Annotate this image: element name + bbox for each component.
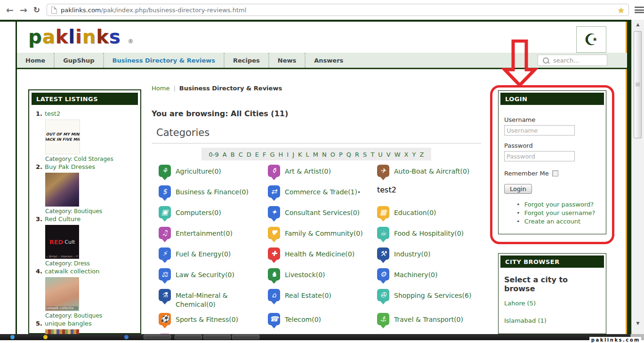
city-link-lahore[interactable]: Lahore (5) [504, 300, 600, 307]
url-text[interactable]: paklinks.com/pak/index.php/business-dire… [61, 7, 246, 14]
taskbar-app-icon[interactable] [43, 335, 48, 339]
category-law-security[interactable]: ⚖Law & Security(0) [159, 268, 268, 285]
alpha-link[interactable]: Y [412, 151, 416, 158]
browser-menu-icon[interactable] [635, 7, 644, 13]
forgot-password-link[interactable]: Forgot your password? [524, 201, 594, 208]
listing-category-link[interactable]: Boutiques [74, 312, 102, 319]
category-computers[interactable]: ▣Computers(0) [159, 206, 268, 223]
nav-item-recipes[interactable]: Recipes [224, 53, 268, 68]
nav-item-business-directory[interactable]: Business Directory & Reviews [103, 53, 224, 68]
listing-link[interactable]: Red Culture [45, 215, 80, 223]
search-box[interactable] [538, 55, 607, 66]
category-food-hospitality[interactable]: ☕Food & Hospitality(0) [377, 227, 486, 243]
listing-link[interactable]: catwalk collection [45, 268, 99, 275]
city-link-islamabad[interactable]: Islamabad (1) [504, 317, 600, 324]
category-consultant-services[interactable]: ✦Consultant Services(0) [268, 206, 377, 223]
scroll-down-icon[interactable]: ▼ [632, 321, 644, 326]
alpha-link[interactable]: V [386, 151, 391, 158]
alpha-link[interactable]: T [370, 151, 374, 158]
alpha-link[interactable]: B [231, 151, 235, 158]
category-industry[interactable]: ⚒Industry(0) [377, 247, 486, 264]
alpha-link[interactable]: Q [346, 151, 351, 158]
listing-thumbnail[interactable] [45, 173, 79, 207]
breadcrumb-home-link[interactable]: Home [152, 85, 169, 92]
vertical-scrollbar[interactable]: ▲ ▼ [631, 20, 644, 334]
alpha-link[interactable]: 0-9 [209, 151, 219, 158]
alpha-link[interactable]: Z [419, 151, 424, 158]
alpha-link[interactable]: O [330, 151, 335, 158]
scrollbar-thumb[interactable] [634, 31, 642, 138]
listing-thumbnail[interactable]: OUT OF MY MIN BACK IN FIVE MIN [45, 120, 80, 154]
category-shopping-services[interactable]: ✇Shopping & Services(6) [377, 289, 486, 309]
alpha-link[interactable]: J [292, 151, 294, 158]
category-sports-fitness[interactable]: ⚽Sports & Fitness(0) [159, 313, 268, 329]
category-telecom[interactable]: ☎Telecom(0) [268, 313, 377, 329]
create-account-link[interactable]: Create an account [524, 218, 580, 225]
category-fuel-energy[interactable]: ⚡Fuel & Energy(0) [159, 247, 268, 264]
reload-icon[interactable]: ↻ [33, 6, 40, 14]
listing-thumbnail[interactable]: RED Cult :: Bridal :: Interiors :: P [45, 225, 79, 259]
listing-category-link[interactable]: Boutiques [74, 208, 102, 215]
listing-thumbnail[interactable] [45, 329, 79, 334]
nav-item-gupshup[interactable]: GupShup [54, 53, 103, 68]
category-entertainment[interactable]: ♫Entertainment(0) [159, 227, 268, 243]
taskbar-button[interactable] [175, 335, 202, 339]
listing-category-link[interactable]: Cold Storages [74, 156, 113, 162]
alpha-link[interactable]: A [223, 151, 227, 158]
nav-item-home[interactable]: Home [17, 53, 54, 68]
search-input[interactable] [552, 56, 601, 64]
category-machinery[interactable]: ⚙Machinery(0) [377, 268, 486, 285]
alpha-link[interactable]: N [322, 151, 327, 158]
scroll-up-icon[interactable]: ▲ [632, 22, 644, 27]
alpha-link[interactable]: W [394, 151, 401, 158]
category-education[interactable]: ▦Education(0) [377, 206, 486, 223]
username-field[interactable] [504, 125, 575, 136]
alpha-link[interactable]: G [270, 151, 274, 158]
category-livestock[interactable]: ♞Livestock(0) [268, 268, 377, 285]
remember-me-checkbox[interactable] [552, 170, 558, 176]
listing-thumbnail[interactable]: catwalk collectio [45, 277, 79, 311]
bookmark-star-icon[interactable]: ★ [618, 6, 625, 15]
alpha-link[interactable]: D [247, 151, 251, 158]
password-field[interactable] [504, 151, 575, 161]
alpha-link[interactable]: P [339, 151, 343, 158]
alpha-link[interactable]: K [298, 151, 302, 158]
alpha-link[interactable]: H [279, 151, 283, 158]
alpha-link[interactable]: U [378, 151, 383, 158]
category-commerce-trade[interactable]: ⇄Commerce & Trade(1) [268, 185, 377, 202]
back-icon[interactable]: ← [6, 6, 14, 15]
category-agriculture[interactable]: ⚘Agriculture(0) [159, 165, 268, 181]
taskbar-button[interactable] [144, 335, 171, 339]
listing-link[interactable]: Buy Pak Dresses [45, 163, 95, 170]
taskbar-app-icon[interactable] [10, 335, 15, 339]
alpha-link[interactable]: X [404, 151, 409, 158]
category-real-estate[interactable]: ⌂Real Estate(0) [268, 289, 377, 309]
category-travel-transport[interactable]: ⚓Travel & Transport(0) [377, 313, 486, 329]
nav-item-answers[interactable]: Answers [305, 53, 352, 68]
listing-category-link[interactable]: Dress [74, 260, 90, 267]
paklinks-logo[interactable]: paklinks ® [28, 25, 134, 53]
listing-link[interactable]: unique bangles [45, 320, 92, 327]
forward-icon[interactable]: → [20, 6, 27, 15]
alpha-link[interactable]: M [313, 151, 318, 158]
login-button[interactable]: Login [504, 184, 532, 194]
alpha-link[interactable]: S [363, 151, 367, 158]
category-metal-mineral-chemical[interactable]: ⚗Metal-Mineral & Chemical(0) [159, 289, 268, 309]
address-bar[interactable]: paklinks.com/pak/index.php/business-dire… [47, 4, 629, 16]
taskbar-button[interactable] [232, 335, 259, 339]
alpha-link[interactable]: R [355, 151, 359, 158]
forgot-username-link[interactable]: Forgot your username? [524, 209, 596, 216]
taskbar-app-icon[interactable] [124, 335, 129, 339]
category-auto-boat-aircraft[interactable]: ✈Auto-Boat & Aircraft(0) [377, 165, 486, 181]
category-art-artist[interactable]: ⚱Art & Artist(0) [268, 165, 377, 181]
nav-item-news[interactable]: News [268, 53, 305, 68]
alpha-link[interactable]: L [306, 151, 309, 158]
listing-link[interactable]: test2 [45, 110, 60, 117]
category-health-medicine[interactable]: ✚Health & Medicine(0) [268, 247, 377, 264]
taskbar-button[interactable] [203, 335, 231, 339]
alpha-link[interactable]: E [255, 151, 259, 158]
alpha-link[interactable]: F [263, 151, 266, 158]
category-business-finance[interactable]: $Business & Finance(0) [159, 185, 268, 202]
alpha-link[interactable]: I [287, 151, 289, 158]
sublisting-test2[interactable]: test2 [377, 185, 486, 202]
